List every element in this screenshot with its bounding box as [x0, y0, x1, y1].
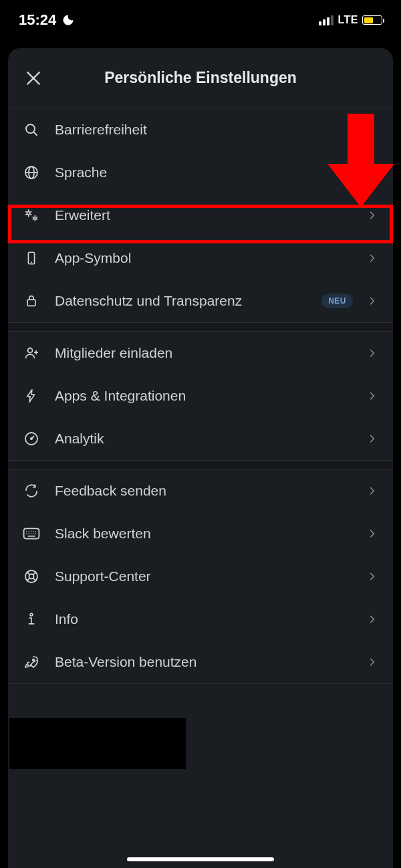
new-badge: NEU [321, 294, 353, 308]
page-title: Persönliche Einstellungen [104, 69, 297, 87]
row-label: Barrierefreiheit [55, 122, 380, 138]
person-plus-icon [20, 342, 43, 364]
row-privacy[interactable]: Datenschutz und Transparenz NEU [8, 280, 393, 322]
chevron-right-icon [365, 389, 380, 403]
refresh-icon [20, 479, 43, 502]
svg-line-32 [33, 572, 36, 574]
row-language[interactable]: Sprache [8, 151, 393, 194]
row-label: Support-Center [55, 568, 353, 584]
row-analytics[interactable]: Analytik [8, 417, 393, 460]
status-left: 15:24 [19, 11, 75, 29]
section-separator [8, 460, 393, 469]
chevron-right-icon [365, 346, 380, 360]
row-advanced[interactable]: Erweitert [8, 194, 393, 237]
row-label: Slack bewerten [55, 526, 353, 542]
chevron-right-icon [365, 208, 380, 223]
status-right: LTE [319, 14, 382, 26]
chevron-right-icon [365, 431, 380, 446]
row-label: Erweitert [55, 207, 353, 223]
row-beta[interactable]: Beta-Version benutzen [8, 641, 393, 683]
svg-point-12 [28, 348, 33, 353]
chevron-right-icon [365, 612, 380, 627]
signal-icon [319, 15, 333, 25]
home-indicator [127, 857, 274, 861]
gears-icon [20, 204, 43, 227]
lock-icon [20, 290, 43, 312]
svg-line-34 [33, 578, 36, 581]
row-label: Beta-Version benutzen [55, 654, 353, 670]
phone-icon [20, 247, 43, 269]
row-accessibility[interactable]: Barrierefreiheit [8, 108, 393, 151]
status-bar: 15:24 LTE [0, 0, 401, 40]
row-label: Analytik [55, 431, 353, 447]
chevron-right-icon [365, 569, 380, 584]
row-label: Mitglieder einladen [55, 345, 353, 361]
row-apps-integrations[interactable]: Apps & Integrationen [8, 374, 393, 417]
chevron-right-icon [365, 251, 380, 265]
keyboard-icon [20, 522, 43, 545]
row-label: Info [55, 611, 353, 627]
do-not-disturb-icon [61, 13, 75, 27]
network-label: LTE [338, 14, 358, 26]
row-support-center[interactable]: Support-Center [8, 555, 393, 598]
close-button[interactable] [20, 65, 47, 92]
lifebuoy-icon [20, 565, 43, 588]
svg-rect-11 [27, 300, 35, 306]
lightning-icon [20, 385, 43, 407]
row-label: App-Symbol [55, 250, 353, 266]
row-label: Datenschutz und Transparenz [55, 293, 309, 309]
svg-line-33 [27, 578, 29, 581]
panel-header: Persönliche Einstellungen [8, 48, 393, 108]
svg-line-31 [27, 572, 29, 574]
row-info[interactable]: Info [8, 598, 393, 641]
svg-point-8 [34, 217, 36, 219]
rocket-icon [20, 651, 43, 673]
svg-point-7 [27, 212, 30, 215]
row-label: Apps & Integrationen [55, 388, 353, 404]
row-rate-slack[interactable]: Slack bewerten [8, 512, 393, 555]
info-icon [20, 608, 43, 631]
row-label: Feedback senden [55, 483, 353, 499]
row-label: Sprache [55, 165, 380, 181]
redacted-block [9, 718, 186, 769]
gauge-icon [20, 427, 43, 450]
chevron-right-icon [365, 655, 380, 669]
row-send-feedback[interactable]: Feedback senden [8, 469, 393, 512]
svg-line-3 [33, 132, 37, 135]
chevron-right-icon [365, 526, 380, 541]
section-separator [8, 683, 393, 684]
row-app-icon[interactable]: App-Symbol [8, 237, 393, 280]
svg-point-16 [31, 438, 32, 439]
row-invite-members[interactable]: Mitglieder einladen [8, 332, 393, 374]
svg-point-30 [29, 574, 34, 579]
chevron-right-icon [365, 483, 380, 498]
section-separator [8, 322, 393, 332]
battery-icon [362, 15, 382, 25]
globe-icon [20, 161, 43, 184]
status-time: 15:24 [19, 11, 56, 29]
magnifier-icon [20, 118, 43, 141]
chevron-right-icon [365, 294, 380, 308]
svg-point-36 [33, 659, 35, 661]
svg-point-35 [30, 613, 33, 616]
